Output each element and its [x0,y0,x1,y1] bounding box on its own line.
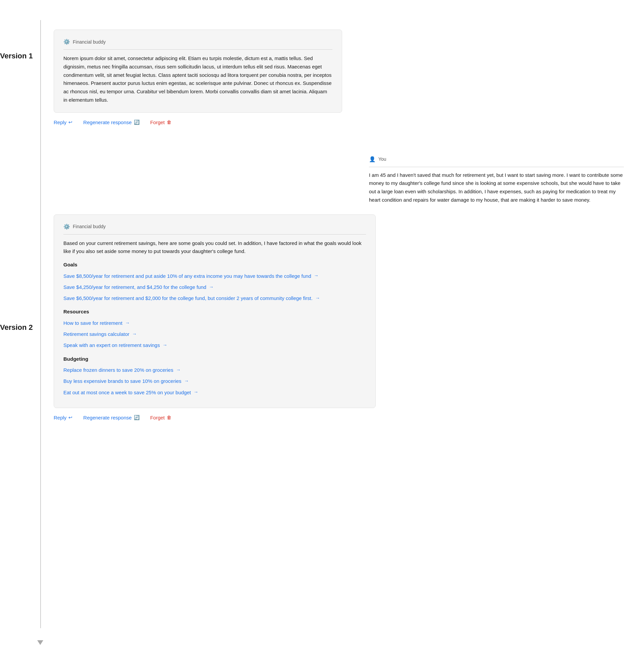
forget-icon-v2: 🗑 [167,415,171,420]
version1-section: Version 1 ⚙️ Financial buddy Norem ipsum… [0,14,644,145]
budgeting-title: Budgeting [63,355,366,363]
version2-reply-button[interactable]: Reply ↩ [54,415,72,421]
budgeting-item-3-text: Eat out at most once a week to save 25% … [63,389,191,396]
resource-item-1[interactable]: How to save for retirement → [63,319,366,327]
goal-item-1[interactable]: Save $8,500/year for retirement and put … [63,272,366,280]
resource-item-3-arrow: → [163,342,167,349]
resources-section: Resources How to save for retirement → R… [63,308,366,349]
resource-item-2-arrow: → [132,331,137,338]
version1-action-row: Reply ↩ Regenerate response 🔄 Forget 🗑 [54,119,624,125]
resource-item-2[interactable]: Retirement savings calculator → [63,330,366,338]
user-bubble: 👤 You I am 45 and I haven't saved that m… [369,155,624,204]
reply-icon-v1: ↩ [68,119,72,125]
version1-header-label: Financial buddy [73,39,106,46]
user-header-label: You [378,156,386,163]
version1-regenerate-label: Regenerate response [83,119,132,125]
version1-forget-button[interactable]: Forget 🗑 [150,119,171,125]
version2-forget-button[interactable]: Forget 🗑 [150,415,171,421]
user-bubble-header: 👤 You [369,155,624,167]
reply-icon-v2: ↩ [68,415,72,420]
version2-ai-card: ⚙️ Financial buddy Based on your current… [54,214,376,408]
goal-item-1-text: Save $8,500/year for retirement and put … [63,272,311,280]
version1-reply-button[interactable]: Reply ↩ [54,119,72,125]
resource-item-3-text: Speak with an expert on retirement savin… [63,341,160,349]
goal-item-3-text: Save $6,500/year for retirement and $2,0… [63,294,313,302]
version2-section: Version 2 ⚙️ Financial buddy Based on yo… [0,208,644,441]
resource-item-1-arrow: → [125,319,130,327]
budgeting-section: Budgeting Replace frozen dinners to save… [63,355,366,396]
version2-intro-text: Based on your current retirement savings… [63,239,366,256]
version2-label: Version 2 [0,322,33,333]
budgeting-item-2[interactable]: Buy less expensive brands to save 10% on… [63,377,366,385]
version1-reply-label: Reply [54,119,66,125]
version2-regenerate-button[interactable]: Regenerate response 🔄 [83,415,139,421]
version2-header-label: Financial buddy [73,223,106,230]
resource-item-1-text: How to save for retirement [63,319,122,327]
budgeting-item-2-arrow: → [184,378,189,385]
regenerate-icon-v1: 🔄 [134,119,140,125]
resource-item-2-text: Retirement savings calculator [63,330,130,338]
robot-icon-v2: ⚙️ [63,223,70,231]
budgeting-item-3-arrow: → [193,389,198,396]
budgeting-item-2-text: Buy less expensive brands to save 10% on… [63,377,181,385]
version1-forget-label: Forget [150,119,165,125]
budgeting-item-1-arrow: → [176,366,181,374]
goal-item-2-arrow: → [209,284,214,291]
resource-item-3[interactable]: Speak with an expert on retirement savin… [63,341,366,349]
resources-title: Resources [63,308,366,316]
budgeting-item-1[interactable]: Replace frozen dinners to save 20% on gr… [63,366,366,374]
version2-card-header: ⚙️ Financial buddy [63,223,366,234]
timeline-arrow [37,640,43,645]
goals-section: Goals Save $8,500/year for retirement an… [63,261,366,302]
version2-action-row: Reply ↩ Regenerate response 🔄 Forget 🗑 [54,415,624,421]
goal-item-3-arrow: → [315,295,320,302]
page-container: Version 1 ⚙️ Financial buddy Norem ipsum… [0,0,644,655]
version2-reply-label: Reply [54,415,66,421]
goal-item-1-arrow: → [314,272,319,279]
goals-title: Goals [63,261,366,269]
regenerate-icon-v2: 🔄 [134,415,140,420]
goal-item-2[interactable]: Save $4,250/year for retirement, and $4,… [63,283,366,291]
version2-regenerate-label: Regenerate response [83,415,132,421]
user-icon: 👤 [369,155,376,163]
forget-icon-v1: 🗑 [167,119,171,125]
goal-item-3[interactable]: Save $6,500/year for retirement and $2,0… [63,294,366,302]
user-message-section: 👤 You I am 45 and I haven't saved that m… [0,145,644,208]
goal-item-2-text: Save $4,250/year for retirement, and $4,… [63,283,206,291]
user-message-text: I am 45 and I haven't saved that much fo… [369,171,624,204]
robot-icon-v1: ⚙️ [63,38,70,46]
budgeting-item-1-text: Replace frozen dinners to save 20% on gr… [63,366,174,374]
version1-card-header: ⚙️ Financial buddy [63,38,332,50]
budgeting-item-3[interactable]: Eat out at most once a week to save 25% … [63,389,366,396]
version1-card-text: Norem ipsum dolor sit amet, consectetur … [63,54,332,104]
version1-label: Version 1 [0,50,33,62]
version2-forget-label: Forget [150,415,165,421]
version1-ai-card: ⚙️ Financial buddy Norem ipsum dolor sit… [54,29,342,113]
version1-regenerate-button[interactable]: Regenerate response 🔄 [83,119,139,125]
